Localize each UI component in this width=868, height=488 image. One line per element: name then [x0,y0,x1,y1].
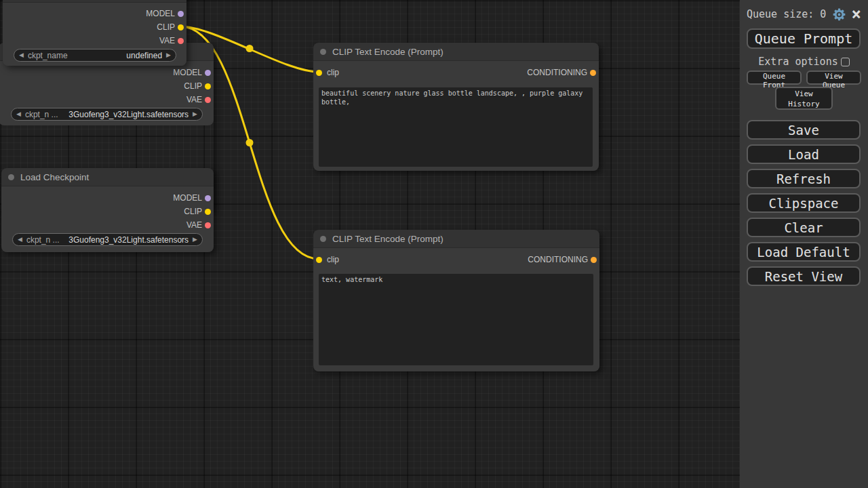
slot-row: VAE [0,93,214,106]
widget-value: 3Guofeng3_v32Light.safetensors [68,110,189,119]
slot-row: CLIP [1,205,214,218]
vae-output-slot[interactable] [205,97,211,103]
slot-row: clip CONDITIONING [313,66,599,79]
ckpt-name-widget[interactable]: ◀ ckpt_name undefined ▶ [14,49,176,62]
collapse-toggle-icon[interactable] [320,236,326,242]
prompt-textarea[interactable]: beautiful scenery nature glass bottle la… [319,87,593,167]
queue-actions-row: Queue Front View Queue [747,70,861,85]
widget-next-arrow-icon[interactable]: ▶ [166,52,171,58]
slot-row: MODEL [1,191,214,205]
widget-next-arrow-icon[interactable]: ▶ [193,111,197,117]
widget-value: undefined [126,51,162,60]
widget-label: ckpt_n ... [26,235,60,245]
vae-output-label: VAE [159,36,175,45]
slot-row: MODEL [0,66,214,79]
slot-row: VAE [3,34,186,47]
clear-button[interactable]: Clear [747,218,861,237]
save-button[interactable]: Save [747,120,861,140]
widget-label: ckpt_n ... [25,110,58,119]
node-title: Load Checkpoint [20,172,89,182]
model-output-slot[interactable] [178,11,184,17]
load-default-button[interactable]: Load Default [747,242,861,262]
slot-row: MODEL [3,7,186,20]
node-checkpoint-loader-partial-top[interactable]: MODEL CLIP VAE ◀ ckpt_name undefined ▶ [3,0,186,66]
conditioning-output-slot[interactable] [590,70,596,76]
view-history-row: View History [747,87,861,110]
node-body: clip CONDITIONING beautiful scenery natu… [313,60,599,171]
widget-label: ckpt_name [28,51,68,60]
menu-header: Queue size: 0 × [747,6,861,22]
queue-front-button[interactable]: Queue Front [747,70,802,85]
queue-prompt-button[interactable]: Queue Prompt [747,28,861,49]
clip-output-label: CLIP [184,207,202,216]
ckpt-name-widget[interactable]: ◀ ckpt_n ... 3Guofeng3_v32Light.safetens… [12,233,203,246]
node-title-bar[interactable]: CLIP Text Encode (Prompt) [313,230,599,247]
view-history-button[interactable]: View History [775,87,833,110]
node-title: CLIP Text Encode (Prompt) [332,47,443,57]
collapse-toggle-icon[interactable] [320,49,326,55]
clip-input-label: clip [327,255,339,264]
vae-output-label: VAE [186,95,202,104]
node-graph-canvas[interactable]: MODEL CLIP VAE ◀ ckpt_n ... 3Guofeng3_v3… [0,0,740,488]
node-title: CLIP Text Encode (Prompt) [332,234,443,244]
view-queue-button[interactable]: View Queue [806,70,861,85]
clip-output-slot[interactable] [205,209,211,215]
collapse-toggle-icon[interactable] [8,174,14,180]
model-output-label: MODEL [173,68,202,77]
slot-row: VAE [1,218,214,232]
conditioning-output-label: CONDITIONING [528,255,588,264]
clip-input-slot[interactable] [316,257,322,263]
ckpt-name-widget[interactable]: ◀ ckpt_n ... 3Guofeng3_v32Light.safetens… [11,108,203,121]
link-midpoint-dot [246,45,254,52]
vae-output-slot[interactable] [205,222,211,228]
comfy-menu-panel: Queue size: 0 × Queue Prompt Extra optio… [740,0,868,488]
widget-next-arrow-icon[interactable]: ▶ [193,237,197,243]
widget-prev-arrow-icon[interactable]: ◀ [16,111,21,117]
widget-prev-arrow-icon[interactable]: ◀ [19,52,24,58]
clip-output-slot[interactable] [205,83,211,89]
clip-input-slot[interactable] [316,70,322,76]
app-window: MODEL CLIP VAE ◀ ckpt_n ... 3Guofeng3_v3… [0,0,868,488]
node-clip-text-encode-positive[interactable]: CLIP Text Encode (Prompt) clip CONDITION… [313,43,599,171]
conditioning-output-label: CONDITIONING [527,68,587,77]
queue-size-label: Queue size: 0 [747,8,832,20]
extra-options-checkbox[interactable] [841,58,850,66]
reset-view-button[interactable]: Reset View [747,266,861,286]
widget-value: 3Guofeng3_v32Light.safetensors [68,235,189,245]
clip-output-slot[interactable] [178,24,184,30]
slot-row: CLIP [3,20,186,34]
node-title-bar[interactable]: Load Checkpoint [1,168,214,186]
model-output-slot[interactable] [205,70,211,76]
slot-row: clip CONDITIONING [313,253,599,266]
prompt-textarea[interactable]: text, watermark [319,274,593,365]
link-midpoint-dot [246,139,254,146]
close-menu-icon[interactable]: × [852,7,861,21]
node-title-bar[interactable]: CLIP Text Encode (Prompt) [313,43,599,60]
node-body: clip CONDITIONING text, watermark [313,247,599,371]
vae-output-label: VAE [186,220,202,230]
slot-row: CLIP [0,79,214,93]
node-body: MODEL CLIP VAE ◀ ckpt_n ... 3Guofeng3_v3… [1,186,214,252]
node-body: MODEL CLIP VAE ◀ ckpt_name undefined ▶ [3,2,186,66]
node-load-checkpoint[interactable]: Load Checkpoint MODEL CLIP VAE ◀ ckpt_n [1,168,214,252]
vae-output-slot[interactable] [178,38,184,44]
model-output-label: MODEL [146,9,175,18]
node-body: MODEL CLIP VAE ◀ ckpt_n ... 3Guofeng3_v3… [0,60,214,125]
clip-output-label: CLIP [184,81,202,91]
clip-input-label: clip [327,68,339,77]
settings-gear-icon[interactable] [832,7,846,22]
clip-output-label: CLIP [157,22,175,32]
node-clip-text-encode-negative[interactable]: CLIP Text Encode (Prompt) clip CONDITION… [313,230,599,371]
clipspace-button[interactable]: Clipspace [747,193,861,213]
load-button[interactable]: Load [747,144,861,164]
widget-prev-arrow-icon[interactable]: ◀ [18,237,22,243]
extra-options-label: Extra options [758,56,837,68]
conditioning-output-slot[interactable] [591,257,597,263]
model-output-label: MODEL [173,193,202,203]
extra-options-row: Extra options [747,56,861,67]
model-output-slot[interactable] [205,195,211,201]
refresh-button[interactable]: Refresh [747,169,861,188]
